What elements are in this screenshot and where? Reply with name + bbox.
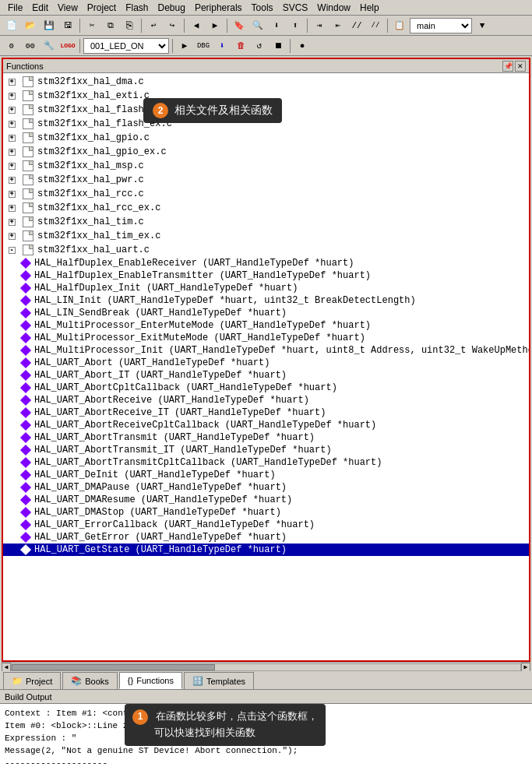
books-tab-icon: 📚	[71, 676, 82, 686]
bookmark-button[interactable]: 🔖	[231, 17, 248, 34]
list-item[interactable]: HAL_UART_ErrorCallback (UART_HandleTypeD…	[3, 519, 529, 531]
list-item[interactable]: HAL_UART_DMAStop (UART_HandleTypeDef *hu…	[3, 506, 529, 519]
menu-svcs[interactable]: SVCS	[278, 1, 313, 15]
batch-build-btn[interactable]: ⚙⚙	[22, 37, 39, 55]
list-item[interactable]: + stm32f1xx_hal_tim_ex.c	[3, 229, 529, 243]
build-btn[interactable]: ⚙	[3, 37, 20, 55]
logo-btn[interactable]: LOGO	[59, 37, 76, 55]
comment-button[interactable]: //	[348, 17, 365, 34]
source-button[interactable]: 📋	[391, 17, 408, 34]
reset-btn[interactable]: ↺	[251, 37, 268, 55]
nav-fwd-button[interactable]: ▶	[206, 17, 224, 34]
list-item[interactable]: HAL_UART_AbortReceiveCpltCallback (UART_…	[3, 419, 529, 431]
list-item[interactable]: HAL_HalfDuplex_EnableReceiver (UART_Hand…	[3, 257, 529, 269]
indent-button[interactable]: ⇥	[311, 17, 328, 34]
menu-edit[interactable]: Edit	[27, 1, 53, 15]
cut-button[interactable]: ✂	[83, 17, 100, 34]
new-file-button[interactable]: 📄	[3, 17, 20, 34]
list-item[interactable]: HAL_HalfDuplex_EnableTransmitter (UART_H…	[3, 269, 529, 282]
function-icon	[20, 332, 31, 343]
list-item[interactable]: + stm32f1xx_hal_dma.c	[3, 75, 529, 89]
list-item[interactable]: + stm32f1xx_hal_pwr.c	[3, 173, 529, 187]
list-item-selected[interactable]: HAL_UART_GetState (UART_HandleTypeDef *h…	[3, 544, 529, 556]
scroll-left-button[interactable]: ◀	[2, 663, 11, 672]
tab-templates[interactable]: 🔠 Templates	[184, 672, 254, 689]
undo-button[interactable]: ↩	[145, 17, 162, 34]
pin-button[interactable]: 📌	[502, 61, 513, 72]
stop-btn[interactable]: ⏹	[270, 37, 287, 55]
list-item[interactable]: HAL_UART_AbortReceive (UART_HandleTypeDe…	[3, 394, 529, 406]
config-dropdown[interactable]: main	[410, 18, 472, 33]
erase-btn[interactable]: 🗑	[232, 37, 249, 55]
save-all-button[interactable]: 🖫	[59, 17, 76, 34]
list-item[interactable]: + stm32f1xx_hal_rcc_ex.c	[3, 201, 529, 215]
list-item[interactable]: + stm32f1xx_hal_gpio.c	[3, 131, 529, 145]
toolbar-row-1: 📄 📂 💾 🖫 ✂ ⧉ ⎘ ↩ ↪ ◀ ▶ 🔖 🔍 ⬇ ⬆ ⇥ ⇤ // // …	[0, 16, 532, 36]
menu-window[interactable]: Window	[312, 1, 355, 15]
list-item[interactable]: HAL_LIN_SendBreak (UART_HandleTypeDef *h…	[3, 307, 529, 319]
copy-button[interactable]: ⧉	[102, 17, 119, 34]
list-item[interactable]: HAL_UART_DMAPause (UART_HandleTypeDef *h…	[3, 481, 529, 494]
download-btn[interactable]: ⬇	[213, 37, 231, 55]
nav-back-button[interactable]: ◀	[188, 17, 205, 34]
list-item[interactable]: HAL_UART_AbortReceive_IT (UART_HandleTyp…	[3, 406, 529, 419]
list-item[interactable]: HAL_UART_AbortCpltCallback (UART_HandleT…	[3, 382, 529, 394]
list-item[interactable]: HAL_UART_GetError (UART_HandleTypeDef *h…	[3, 531, 529, 544]
redo-button[interactable]: ↪	[164, 17, 181, 34]
list-item[interactable]: - stm32f1xx_hal_uart.c	[3, 243, 529, 257]
list-item[interactable]: HAL_MultiProcessor_Init (UART_HandleType…	[3, 344, 529, 357]
tab-books[interactable]: 📚 Books	[62, 672, 118, 689]
menu-debug[interactable]: Debug	[153, 1, 190, 15]
list-item[interactable]: + stm32f1xx_hal_gpio_ex.c	[3, 145, 529, 159]
list-item[interactable]: HAL_UART_Abort (UART_HandleTypeDef *huar…	[3, 357, 529, 369]
outdent-button[interactable]: ⇤	[329, 17, 347, 34]
list-item[interactable]: HAL_HalfDuplex_Init (UART_HandleTypeDef …	[3, 282, 529, 294]
settings-btn[interactable]: 🔧	[41, 37, 58, 55]
close-panel-button[interactable]: ✕	[515, 61, 526, 72]
tab-functions[interactable]: {} Functions	[119, 672, 182, 689]
tab-project[interactable]: 📁 Project	[3, 672, 61, 689]
list-item[interactable]: HAL_UART_AbortTransmit_IT (UART_HandleTy…	[3, 444, 529, 456]
annotation-line2: 可以快速找到相关函数	[154, 727, 255, 738]
menu-help[interactable]: Help	[355, 1, 384, 15]
scrollbar-thumb[interactable]	[12, 664, 215, 670]
breakpoint-btn[interactable]: ●	[294, 37, 311, 55]
run-btn[interactable]: ▶	[176, 37, 193, 55]
list-item[interactable]: HAL_MultiProcessor_ExitMuteMode (UART_Ha…	[3, 332, 529, 344]
functions-list[interactable]: + stm32f1xx_hal_dma.c + stm32f1xx_hal_ex…	[3, 73, 529, 660]
project-dropdown[interactable]: 001_LED_ON	[83, 38, 169, 54]
function-icon	[20, 283, 31, 294]
list-item[interactable]: HAL_LIN_Init (UART_HandleTypeDef *huart,…	[3, 294, 529, 307]
find-next-button[interactable]: ⬇	[268, 17, 285, 34]
menu-flash[interactable]: Flash	[121, 1, 153, 15]
menu-peripherals[interactable]: Peripherals	[190, 1, 247, 15]
h-scrollbar[interactable]: ◀ ▶	[2, 662, 530, 671]
debug-target-btn[interactable]: DBG	[195, 37, 212, 55]
search-button[interactable]: 🔍	[249, 17, 266, 34]
tab-templates-label: Templates	[206, 677, 245, 686]
menu-view[interactable]: View	[53, 1, 83, 15]
function-name: HAL_UART_DMAStop (UART_HandleTypeDef *hu…	[34, 507, 281, 518]
paste-button[interactable]: ⎘	[121, 17, 138, 34]
build-line-2-text: Item #0: <block>::Line 2	[5, 721, 128, 730]
menu-tools[interactable]: Tools	[247, 1, 278, 15]
menu-project[interactable]: Project	[83, 1, 121, 15]
open-button[interactable]: 📂	[22, 17, 39, 34]
list-item[interactable]: HAL_UART_DMAResume (UART_HandleTypeDef *…	[3, 494, 529, 506]
list-item[interactable]: + stm32f1xx_hal_rcc.c	[3, 187, 529, 201]
list-item[interactable]: + stm32f1xx_hal_msp.c	[3, 159, 529, 173]
menu-file[interactable]: File	[3, 1, 27, 15]
list-item[interactable]: HAL_UART_AbortTransmit (UART_HandleTypeD…	[3, 431, 529, 444]
file-icon	[22, 244, 34, 256]
save-button[interactable]: 💾	[41, 17, 58, 34]
list-item[interactable]: HAL_UART_AbortTransmitCpltCallback (UART…	[3, 456, 529, 469]
function-icon	[20, 507, 31, 518]
list-item[interactable]: HAL_UART_Abort_IT (UART_HandleTypeDef *h…	[3, 369, 529, 382]
list-item[interactable]: HAL_MultiProcessor_EnterMuteMode (UART_H…	[3, 319, 529, 332]
list-item[interactable]: HAL_UART_DeInit (UART_HandleTypeDef *hua…	[3, 469, 529, 481]
list-item[interactable]: + stm32f1xx_hal_tim.c	[3, 215, 529, 229]
uncomment-button[interactable]: //	[367, 17, 384, 34]
find-prev-button[interactable]: ⬆	[287, 17, 304, 34]
dropdown-arrow[interactable]: ▼	[474, 17, 491, 34]
scroll-right-button[interactable]: ▶	[521, 663, 530, 672]
